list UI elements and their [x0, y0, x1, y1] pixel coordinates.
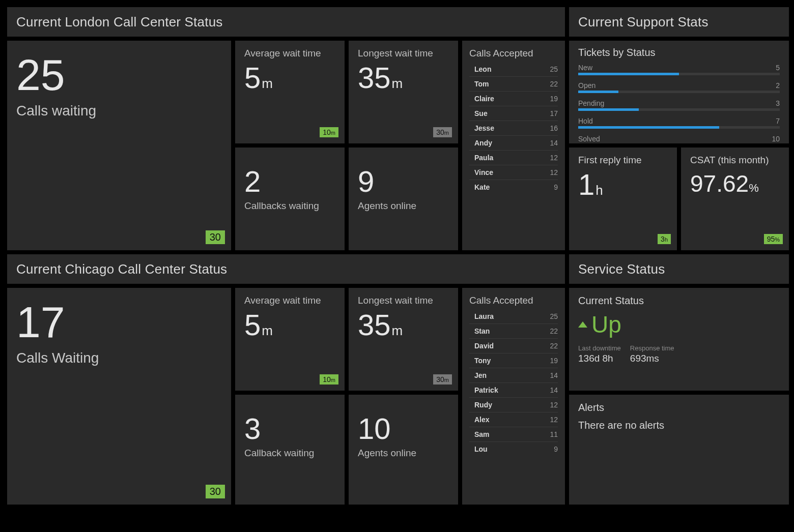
list-item-name: David	[474, 342, 494, 350]
london-avg-wait-title: Average wait time	[244, 48, 335, 59]
bar-label: Hold	[578, 117, 593, 125]
list-item-name: Claire	[474, 95, 494, 103]
list-item-value: 12	[550, 401, 558, 409]
list-item-name: Stan	[474, 327, 490, 335]
bar-value: 7	[776, 117, 780, 125]
london-calls-waiting-label: Calls waiting	[16, 103, 222, 119]
list-item-name: Sam	[474, 430, 490, 438]
list-item: Sam11	[469, 427, 558, 442]
list-item-value: 19	[550, 95, 558, 103]
last-downtime-value: 136d 8h	[578, 353, 621, 364]
list-item: Patrick14	[469, 383, 558, 398]
list-item-name: Leon	[474, 65, 491, 73]
list-item: Kate9	[469, 180, 558, 194]
list-item-value: 25	[550, 312, 558, 320]
support-title: Current Support Stats	[578, 14, 780, 29]
list-item-value: 16	[550, 124, 558, 132]
list-item-name: Andy	[474, 139, 492, 147]
bar-fill	[578, 91, 618, 93]
list-item-value: 12	[550, 168, 558, 176]
bar-fill	[578, 73, 679, 75]
london-agents-value: 9	[358, 167, 449, 196]
first-reply-unit: h	[596, 183, 603, 198]
tickets-bars: New5Open2Pending3Hold7Solved10	[578, 64, 780, 143]
london-longest-wait-title: Longest wait time	[358, 48, 449, 59]
list-item: Lou9	[469, 442, 558, 456]
alerts-text: There are no alerts	[578, 420, 780, 431]
london-longest-wait-value: 35	[358, 61, 391, 94]
bar-value: 2	[776, 81, 780, 90]
bar-value: 10	[772, 135, 780, 143]
csat-badge: 95%	[764, 234, 783, 244]
list-item: Rudy12	[469, 398, 558, 412]
list-item-name: Vince	[474, 168, 493, 176]
bar-row: Solved10	[578, 135, 780, 143]
london-agents-tile: 9 Agents online	[349, 147, 458, 250]
last-downtime-label: Last downtime	[578, 344, 621, 352]
london-calls-accepted-list: Leon25Tom22Claire19Sue17Jesse16Andy14Pau…	[469, 62, 558, 194]
bar-row: Open2	[578, 81, 780, 93]
response-time-value: 693ms	[630, 353, 674, 364]
status-indicator: Up	[578, 311, 780, 338]
chicago-avg-wait-badge: 10m	[320, 374, 338, 385]
dashboard-grid: Current London Call Center Status Curren…	[7, 7, 787, 505]
london-calls-waiting-tile: 25 Calls waiting 30	[7, 41, 231, 250]
arrow-up-icon	[578, 321, 587, 328]
chicago-longest-wait-unit: m	[392, 323, 403, 338]
london-longest-wait-unit: m	[392, 76, 403, 91]
chicago-avg-wait-unit: m	[262, 323, 273, 338]
csat-title: CSAT (this month)	[690, 155, 780, 166]
list-item-name: Laura	[474, 312, 494, 320]
chicago-calls-waiting-tile: 17 Calls Waiting 30	[7, 288, 231, 505]
chicago-calls-waiting-value: 17	[16, 300, 222, 344]
london-callbacks-value: 2	[244, 167, 335, 196]
london-calls-accepted-tile: Calls Accepted Leon25Tom22Claire19Sue17J…	[462, 41, 565, 250]
list-item-value: 14	[550, 386, 558, 394]
list-item: Jesse16	[469, 121, 558, 136]
london-calls-waiting-badge: 30	[206, 230, 225, 244]
list-item-name: Alex	[474, 416, 490, 424]
chicago-header: Current Chicago Call Center Status	[7, 254, 565, 284]
current-status-tile: Current Status Up Last downtime 136d 8h …	[569, 288, 789, 391]
bar-value: 5	[776, 64, 780, 72]
response-time-label: Response time	[630, 344, 674, 352]
csat-unit: %	[749, 182, 759, 194]
list-item: Vince12	[469, 165, 558, 180]
bar-label: Solved	[578, 135, 600, 143]
list-item: Claire19	[469, 92, 558, 106]
list-item: Tony19	[469, 353, 558, 368]
csat-value: 97.62	[690, 170, 749, 197]
chicago-agents-value: 10	[358, 414, 449, 444]
chicago-calls-waiting-badge: 30	[206, 485, 225, 498]
service-title: Service Status	[578, 261, 780, 277]
london-calls-accepted-title: Calls Accepted	[469, 48, 558, 59]
bar-label: Open	[578, 81, 596, 90]
bar-label: Pending	[578, 99, 604, 107]
list-item: Leon25	[469, 62, 558, 77]
chicago-title: Current Chicago Call Center Status	[16, 261, 556, 277]
list-item-value: 25	[550, 65, 558, 73]
status-details: Last downtime 136d 8h Response time 693m…	[578, 344, 780, 364]
chicago-avg-wait-tile: Average wait time 5m 10m	[235, 288, 345, 391]
chicago-agents-tile: 10 Agents online	[349, 395, 458, 505]
london-longest-wait-badge: 30m	[433, 127, 452, 137]
chicago-calls-waiting-label: Calls Waiting	[16, 350, 222, 366]
list-item-value: 11	[550, 430, 558, 438]
list-item: Alex12	[469, 412, 558, 427]
chicago-longest-wait-value: 35	[358, 308, 391, 341]
list-item-value: 12	[550, 416, 558, 424]
first-reply-value: 1	[578, 168, 594, 201]
chicago-callbacks-tile: 3 Callback waiting	[235, 395, 345, 505]
list-item-value: 12	[550, 154, 558, 162]
bar-value: 3	[776, 99, 780, 107]
list-item-value: 14	[550, 371, 558, 379]
list-item-name: Tom	[474, 80, 489, 88]
bar-fill	[578, 126, 719, 129]
chicago-longest-wait-badge: 30m	[433, 374, 452, 385]
bar-row: Pending3	[578, 99, 780, 111]
chicago-avg-wait-value: 5	[244, 308, 261, 341]
list-item-value: 22	[550, 342, 558, 350]
list-item-value: 14	[550, 139, 558, 147]
service-header: Service Status	[569, 254, 789, 284]
list-item: Andy14	[469, 136, 558, 151]
